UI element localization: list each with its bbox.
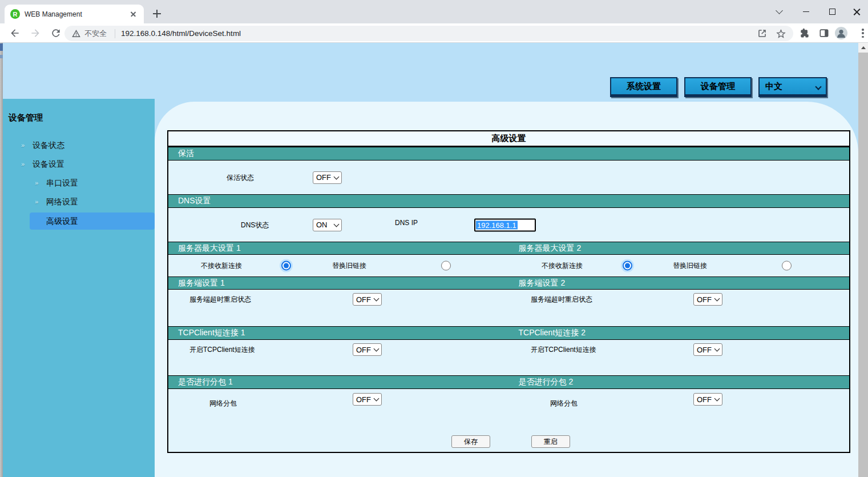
divider	[115, 29, 115, 38]
scrollbar-thumb[interactable]	[858, 53, 868, 477]
save-button[interactable]: 保存	[451, 435, 490, 448]
select-value: OFF	[356, 346, 371, 354]
back-icon[interactable]	[9, 27, 21, 39]
address-bar[interactable]: 不安全 192.168.0.148/html/DeviceSet.html	[64, 26, 793, 41]
chevron-down-icon	[776, 7, 783, 14]
select-value: OFF	[697, 295, 712, 304]
section-header-dns: DNS设置	[168, 194, 849, 208]
section-header-packet-1: 是否进行分包 1	[168, 377, 509, 387]
browser-menu-icon[interactable]	[862, 29, 864, 38]
device-management-button[interactable]: 设备管理	[684, 77, 752, 97]
sidebar-item-label: 串口设置	[46, 178, 78, 187]
system-settings-button[interactable]: 系统设置	[610, 77, 677, 97]
chevron-down-icon	[334, 221, 340, 227]
server-max-row: 不接收新连接 替换旧链接 不接收新连接 替换旧链接	[168, 255, 849, 276]
sidebar-title: 设备管理	[9, 113, 155, 123]
reject-new-connection-radio-1[interactable]	[281, 261, 291, 271]
select-value: OFF	[697, 346, 712, 354]
extensions-puzzle-icon[interactable]	[799, 27, 810, 39]
language-value: 中文	[765, 81, 782, 92]
browser-toolbar: 不安全 192.168.0.148/html/DeviceSet.html	[0, 23, 868, 43]
browser-tab-strip: R WEB Management	[0, 0, 868, 23]
sidebar-item-label: 设备状态	[33, 141, 64, 150]
select-value: OFF	[356, 295, 371, 304]
select-value: OFF	[697, 395, 712, 404]
tcpclient-short-conn-select-1[interactable]: OFF	[353, 343, 382, 356]
replace-old-link-label-2: 替换旧链接	[673, 261, 707, 271]
sidebar: 设备管理 » 设备状态 » 设备设置 » 串口设置 » 网络设置 高级设置	[3, 99, 155, 477]
dns-ip-input[interactable]: 192.168.1.1	[474, 218, 536, 231]
warning-triangle-icon	[71, 29, 81, 38]
language-select[interactable]: 中文	[758, 77, 827, 97]
network-packet-select-1[interactable]: OFF	[353, 393, 382, 406]
bullet-arrow-icon: »	[21, 136, 25, 155]
dns-row: DNS状态 ON DNS IP 192.168.1.1	[168, 208, 849, 242]
keepalive-status-label: 保活状态	[227, 173, 254, 182]
advanced-settings-table: 高级设置 保活 保活状态 OFF DNS设置 DNS状态 ON DNS IP 1…	[167, 130, 850, 453]
page-title: 高级设置	[168, 131, 849, 147]
keepalive-status-select[interactable]: OFF	[313, 171, 342, 184]
bookmark-star-icon[interactable]	[776, 28, 786, 39]
sidebar-item-device-settings[interactable]: » 设备设置	[3, 155, 155, 174]
new-tab-button[interactable]	[151, 7, 163, 20]
bullet-arrow-icon: »	[35, 193, 38, 211]
section-header-server-max-1: 服务器最大设置 1	[168, 243, 509, 254]
sidebar-item-network-settings[interactable]: » 网络设置	[3, 193, 155, 211]
sidebar-item-label: 网络设置	[46, 197, 78, 206]
section-header-tcpclient-1: TCPClient短连接 1	[168, 328, 509, 338]
chevron-down-icon	[374, 346, 380, 352]
reload-icon[interactable]	[50, 27, 62, 39]
minimize-icon	[803, 11, 809, 13]
forward-icon[interactable]	[30, 27, 41, 39]
restart-button[interactable]: 重启	[531, 435, 570, 448]
replace-old-link-radio-1[interactable]	[441, 261, 451, 271]
select-value: OFF	[316, 173, 331, 182]
page-body: 系统设置 设备管理 中文 设备管理 » 设备状态 » 设备设置 » 串口设置 »…	[0, 43, 868, 477]
section-header-server-max: 服务器最大设置 1 服务器最大设置 2	[168, 242, 849, 255]
replace-old-link-radio-2[interactable]	[782, 261, 792, 271]
share-icon[interactable]	[757, 28, 768, 39]
server-timeout-restart-select-2[interactable]: OFF	[693, 293, 722, 306]
reject-new-connection-label-2: 不接收新连接	[542, 261, 583, 271]
security-label[interactable]: 不安全	[84, 29, 107, 39]
close-icon	[853, 8, 861, 15]
chevron-down-icon	[815, 83, 821, 90]
side-panel-icon[interactable]	[818, 27, 830, 39]
section-header-server-set-1: 服务端设置 1	[168, 278, 509, 288]
window-minimize-button[interactable]	[793, 0, 819, 23]
network-packet-label-2: 网络分包	[550, 399, 578, 408]
top-navigation: 系统设置 设备管理 中文	[610, 77, 827, 97]
tab-close-icon[interactable]	[129, 10, 138, 19]
url-text[interactable]: 192.168.0.148/html/DeviceSet.html	[121, 29, 749, 38]
dns-status-select[interactable]: ON	[313, 219, 342, 231]
window-close-button[interactable]	[843, 0, 868, 23]
replace-old-link-label-1: 替换旧链接	[332, 261, 366, 271]
page-scrollbar[interactable]	[858, 43, 868, 477]
window-maximize-button[interactable]	[819, 0, 845, 23]
section-header-tcpclient-2: TCPClient短连接 2	[509, 328, 850, 338]
reject-new-connection-radio-2[interactable]	[623, 261, 632, 271]
tcpclient-short-conn-select-2[interactable]: OFF	[693, 343, 722, 356]
network-packet-label-1: 网络分包	[209, 399, 237, 408]
chevron-down-icon	[334, 174, 340, 179]
sidebar-item-serial-settings[interactable]: » 串口设置	[3, 174, 155, 193]
maximize-icon	[829, 9, 835, 15]
bullet-arrow-icon: »	[21, 155, 25, 174]
section-header-tcpclient: TCPClient短连接 1 TCPClient短连接 2	[168, 326, 849, 340]
browser-tab[interactable]: R WEB Management	[5, 5, 144, 23]
scroll-up-button[interactable]	[858, 43, 868, 53]
sidebar-item-label: 设备设置	[33, 159, 64, 169]
sidebar-item-advanced-settings-selected[interactable]: 高级设置	[30, 213, 155, 230]
sidebar-item-device-status[interactable]: » 设备状态	[3, 136, 155, 155]
server-timeout-restart-select-1[interactable]: OFF	[353, 293, 382, 306]
section-header-server-set: 服务端设置 1 服务端设置 2	[168, 276, 849, 290]
background-window-icon	[0, 43, 3, 51]
content-panel: 高级设置 保活 保活状态 OFF DNS设置 DNS状态 ON DNS IP 1…	[155, 102, 858, 477]
network-packet-select-2[interactable]: OFF	[693, 393, 722, 406]
profile-avatar[interactable]	[834, 26, 848, 40]
section-header-keepalive: 保活	[168, 147, 849, 161]
tcpclient-short-conn-label-2: 开启TCPClient短连接	[531, 345, 596, 355]
triangle-up-icon	[861, 46, 866, 49]
tab-search-button[interactable]	[766, 0, 792, 23]
dns-status-label: DNS状态	[241, 220, 269, 230]
